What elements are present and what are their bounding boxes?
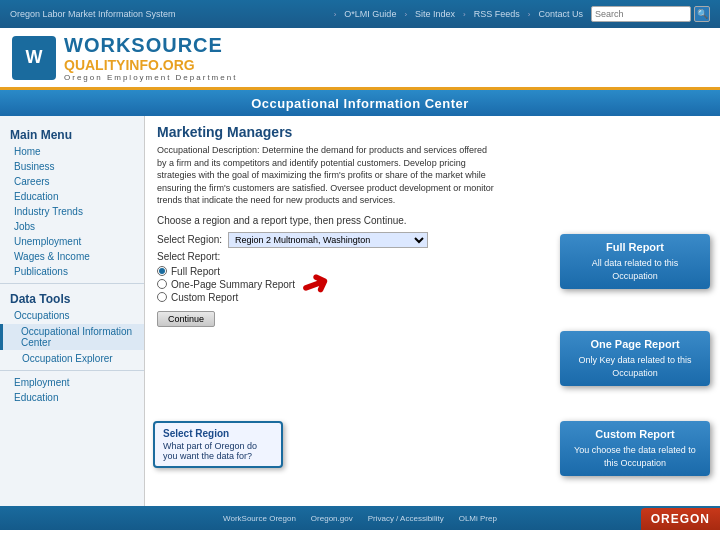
- full-report-label: Full Report: [171, 266, 220, 277]
- chevron-icon: ›: [334, 10, 337, 19]
- logo-icon: W: [12, 36, 56, 80]
- nav-rss-feeds[interactable]: RSS Feeds: [474, 9, 520, 19]
- search-button[interactable]: 🔍: [694, 6, 710, 22]
- page-title: Occupational Information Center: [251, 96, 469, 111]
- nav-contact-us[interactable]: Contact Us: [538, 9, 583, 19]
- select-region-tooltip: Select Region What part of Oregon do you…: [153, 421, 283, 468]
- custom-report-tooltip: Custom Report You choose the data relate…: [560, 421, 710, 476]
- footer: WorkSource Oregon Oregon.gov Privacy / A…: [0, 506, 720, 530]
- chevron-icon: ›: [528, 10, 531, 19]
- logo-quality: QUALITYINFO.ORG: [64, 57, 237, 73]
- region-select-input[interactable]: Region 2 Multnomah, Washington: [228, 232, 428, 248]
- custom-report-tooltip-desc: You choose the data related to this Occu…: [570, 444, 700, 469]
- radio-custom-report[interactable]: [157, 292, 167, 302]
- nav-olmi-guide[interactable]: O*LMI Guide: [344, 9, 396, 19]
- full-report-tooltip-title: Full Report: [570, 240, 700, 255]
- data-tools-title: Data Tools: [0, 288, 144, 308]
- top-navigation-bar: Oregon Labor Market Information System ›…: [0, 0, 720, 28]
- sidebar-item-occ-info-center[interactable]: Occupational Information Center: [0, 324, 144, 350]
- search-box: 🔍: [591, 6, 710, 22]
- logo: W WORKSOURCE QUALITYINFO.ORG Oregon Empl…: [12, 34, 237, 82]
- sidebar-divider: [0, 283, 144, 284]
- site-title: Oregon Labor Market Information System: [10, 9, 176, 19]
- select-region-tooltip-desc: What part of Oregon do you want the data…: [163, 441, 273, 461]
- oregon-badge: OREGON: [641, 508, 720, 530]
- radio-one-page-report[interactable]: [157, 279, 167, 289]
- top-nav-links: › O*LMI Guide › Site Index › RSS Feeds ›…: [334, 6, 710, 22]
- sidebar-item-business[interactable]: Business: [0, 159, 144, 174]
- report-option-custom[interactable]: Custom Report: [157, 292, 708, 303]
- occupation-title: Marketing Managers: [157, 124, 708, 140]
- logo-sub: Oregon Employment Department: [64, 73, 237, 82]
- sidebar-item-education-data[interactable]: Education: [0, 390, 144, 405]
- page-title-bar: Occupational Information Center: [0, 90, 720, 116]
- sidebar-item-employment[interactable]: Employment: [0, 375, 144, 390]
- occupation-description: Occupational Description: Determine the …: [157, 144, 497, 207]
- radio-full-report[interactable]: [157, 266, 167, 276]
- sidebar-item-education[interactable]: Education: [0, 189, 144, 204]
- sidebar: Main Menu Home Business Careers Educatio…: [0, 116, 145, 506]
- sidebar-item-wages[interactable]: Wages & Income: [0, 249, 144, 264]
- full-report-tooltip-desc: All data related to this Occupation: [570, 257, 700, 282]
- sidebar-item-publications[interactable]: Publications: [0, 264, 144, 279]
- one-page-report-tooltip: One Page Report Only Key data related to…: [560, 331, 710, 386]
- sidebar-item-unemployment[interactable]: Unemployment: [0, 234, 144, 249]
- footer-link-olmi[interactable]: OLMi Prep: [459, 514, 497, 523]
- content-area: Marketing Managers Occupational Descript…: [145, 116, 720, 506]
- search-input[interactable]: [591, 6, 691, 22]
- footer-link-privacy[interactable]: Privacy / Accessibility: [368, 514, 444, 523]
- logo-area: W WORKSOURCE QUALITYINFO.ORG Oregon Empl…: [0, 28, 720, 90]
- full-report-tooltip: Full Report All data related to this Occ…: [560, 234, 710, 289]
- continue-button[interactable]: Continue: [157, 311, 215, 327]
- one-page-report-label: One-Page Summary Report: [171, 279, 295, 290]
- custom-report-tooltip-title: Custom Report: [570, 427, 700, 442]
- chevron-icon: ›: [404, 10, 407, 19]
- sidebar-item-occ-explorer[interactable]: Occupation Explorer: [0, 351, 144, 366]
- sidebar-item-industry-trends[interactable]: Industry Trends: [0, 204, 144, 219]
- logo-text: WORKSOURCE QUALITYINFO.ORG Oregon Employ…: [64, 34, 237, 82]
- nav-site-index[interactable]: Site Index: [415, 9, 455, 19]
- custom-report-label: Custom Report: [171, 292, 238, 303]
- main-content: Main Menu Home Business Careers Educatio…: [0, 116, 720, 506]
- select-region-tooltip-title: Select Region: [163, 428, 273, 439]
- select-report-label: Select Report:: [157, 251, 220, 262]
- footer-link-oregon[interactable]: Oregon.gov: [311, 514, 353, 523]
- sidebar-divider2: [0, 370, 144, 371]
- main-menu-title: Main Menu: [0, 124, 144, 144]
- sidebar-item-jobs[interactable]: Jobs: [0, 219, 144, 234]
- sidebar-item-home[interactable]: Home: [0, 144, 144, 159]
- logo-worksource: WORKSOURCE: [64, 34, 237, 57]
- sidebar-item-careers[interactable]: Careers: [0, 174, 144, 189]
- one-page-tooltip-desc: Only Key data related to this Occupation: [570, 354, 700, 379]
- chevron-icon: ›: [463, 10, 466, 19]
- footer-link-worksource[interactable]: WorkSource Oregon: [223, 514, 296, 523]
- one-page-tooltip-title: One Page Report: [570, 337, 700, 352]
- choose-region-text: Choose a region and a report type, then …: [157, 215, 708, 226]
- select-region-label: Select Region:: [157, 234, 222, 245]
- sidebar-item-occupations[interactable]: Occupations: [0, 308, 144, 323]
